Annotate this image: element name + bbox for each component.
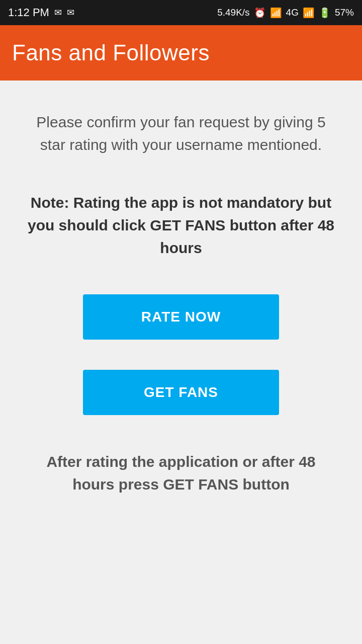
gmail-icon-2: ✉ [67, 7, 74, 18]
status-left: 1:12 PM ✉ ✉ [8, 6, 74, 19]
time-display: 1:12 PM [8, 6, 49, 19]
battery-level: 57% [335, 7, 354, 18]
alarm-icon: ⏰ [254, 7, 266, 19]
get-fans-button[interactable]: GET FANS [83, 370, 279, 415]
app-bar-title: Fans and Followers [12, 40, 210, 65]
after-rating-text: After rating the application or after 48… [20, 450, 342, 496]
gmail-icon-1: ✉ [54, 7, 62, 18]
signal-icon-2: 📶 [303, 7, 315, 19]
rate-now-button[interactable]: RATE NOW [83, 294, 279, 340]
main-content: Please confirm your fan request by givin… [0, 80, 362, 516]
signal-icon: 📶 [270, 7, 282, 19]
network-type: 4G [286, 7, 299, 18]
confirm-text: Please confirm your fan request by givin… [20, 111, 342, 156]
status-right: 5.49K/s ⏰ 📶 4G 📶 🔋 57% [217, 7, 354, 19]
note-text: Note: Rating the app is not mandatory bu… [20, 191, 342, 259]
battery-icon: 🔋 [319, 7, 331, 19]
network-speed: 5.49K/s [217, 7, 249, 18]
status-bar: 1:12 PM ✉ ✉ 5.49K/s ⏰ 📶 4G 📶 🔋 57% [0, 0, 362, 25]
app-bar: Fans and Followers [0, 25, 362, 80]
